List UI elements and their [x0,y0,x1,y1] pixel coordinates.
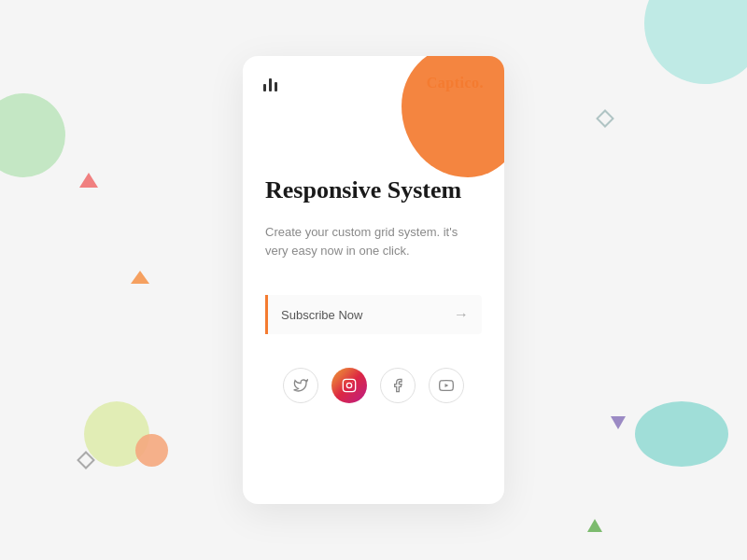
triangle-purple [611,416,626,429]
main-card: Captico. Responsive System Create your c… [243,56,504,504]
green-circle-left [0,93,65,177]
bar-chart-icon [263,75,277,91]
card-body: Responsive System Create your custom gri… [243,157,504,504]
subscribe-row[interactable]: Subscribe Now → [265,295,482,334]
instagram-icon [342,378,357,393]
youtube-icon [439,378,454,393]
subscribe-label: Subscribe Now [281,308,454,322]
twitter-button[interactable] [283,368,318,403]
card-header: Captico. [243,56,504,101]
facebook-icon [390,378,405,393]
card-description: Create your custom grid system. it's ver… [265,223,482,262]
subscribe-arrow-icon[interactable]: → [454,306,469,323]
svg-marker-3 [445,384,449,387]
teal-circle-top [644,0,747,84]
orange-circle-bottom [135,434,168,467]
svg-point-1 [346,383,351,387]
twitter-icon [293,378,308,393]
triangle-pink [79,173,98,188]
teal-blob-bottom-right [635,401,728,467]
card-title: Responsive System [265,175,482,206]
svg-rect-0 [343,379,355,391]
facebook-button[interactable] [380,368,416,403]
brand-logo: Captico. [427,75,484,91]
youtube-button[interactable] [429,368,464,403]
social-icons-row [265,368,482,403]
triangle-green [587,519,602,532]
triangle-orange [131,271,149,284]
diamond-top-right [596,109,614,128]
yellow-circle-bottom [84,401,149,467]
instagram-button[interactable] [331,368,367,403]
svg-point-2 [352,382,353,383]
diamond-bottom-left [77,451,95,469]
